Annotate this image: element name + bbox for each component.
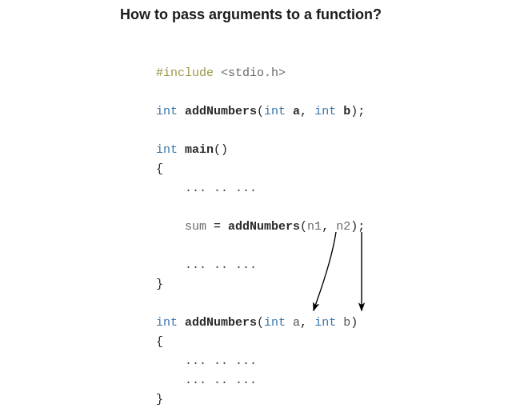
token-semicolon: ; — [358, 105, 365, 118]
token-param-b: b — [343, 316, 350, 330]
token-ellipsis: ... .. ... — [185, 258, 257, 272]
token-keyword-int: int — [264, 316, 286, 330]
token-param-a: a — [293, 105, 300, 118]
token-semicolon: ; — [358, 220, 365, 234]
code-block: #include <stdio.h> int addNumbers(int a,… — [156, 64, 365, 410]
token-ellipsis: ... .. ... — [185, 354, 257, 368]
token-keyword-int: int — [156, 316, 178, 330]
token-rparen: ) — [350, 105, 358, 118]
token-lbrace: { — [156, 162, 163, 176]
page-title: How to pass arguments to a function? — [120, 6, 382, 23]
token-lbrace: { — [156, 335, 163, 349]
token-preprocessor: #include — [156, 66, 214, 80]
token-keyword-int: int — [264, 105, 286, 118]
token-equals: = — [214, 220, 221, 234]
token-fn-main: main — [185, 143, 214, 157]
token-comma: , — [322, 220, 329, 234]
token-rparen: ) — [350, 316, 358, 330]
token-comma: , — [300, 105, 307, 118]
token-param-a: a — [293, 316, 300, 330]
token-id-sum: sum — [185, 220, 206, 234]
token-rbrace: } — [156, 278, 163, 291]
token-fn-addNumbers: addNumbers — [185, 105, 257, 118]
token-rparen: ) — [350, 220, 358, 234]
token-lparen: ( — [257, 105, 264, 118]
token-keyword-int: int — [156, 105, 178, 118]
token-fn-addNumbers: addNumbers — [185, 316, 257, 330]
token-arg-n1: n1 — [307, 220, 322, 234]
token-lparen: ( — [300, 220, 307, 234]
token-keyword-int: int — [156, 143, 178, 157]
token-fn-addNumbers: addNumbers — [228, 220, 300, 234]
token-ellipsis: ... .. ... — [185, 374, 257, 387]
token-rbrace: } — [156, 393, 163, 406]
token-comma: , — [300, 316, 307, 330]
token-ellipsis: ... .. ... — [185, 182, 257, 195]
token-lparen: ( — [214, 143, 221, 157]
page: How to pass arguments to a function? #in… — [0, 0, 520, 420]
token-keyword-int: int — [314, 105, 336, 118]
token-arg-n2: n2 — [336, 220, 350, 234]
token-param-b: b — [343, 105, 350, 118]
token-include-header: <stdio.h> — [221, 66, 286, 80]
token-rparen: ) — [221, 143, 228, 157]
token-keyword-int: int — [314, 316, 336, 330]
token-lparen: ( — [257, 316, 264, 330]
